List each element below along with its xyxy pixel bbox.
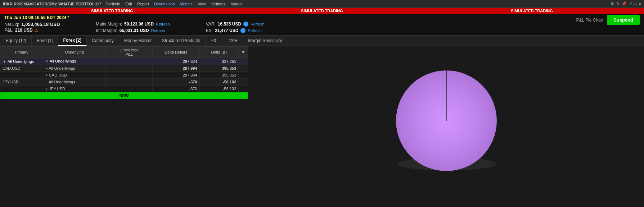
es-info-icon[interactable]: i <box>240 28 246 33</box>
table-row[interactable]: ▼All Underlyings ✦ All Underlyings 287,6… <box>0 58 248 65</box>
menu-edit[interactable]: Edit <box>125 2 132 6</box>
maximize-icon[interactable]: ↗ <box>629 1 632 6</box>
tab-bond[interactable]: Bond [1] <box>32 35 58 46</box>
row-jpy-sub-delta-dollars: -370 <box>153 86 199 92</box>
row-jpy-underlying: − All Underlyings <box>43 79 106 86</box>
es-refresh[interactable]: Refresh <box>248 28 262 33</box>
col-header-primary: Primary <box>0 47 43 58</box>
var-label: VAR: <box>206 22 216 27</box>
tab-structured-products[interactable]: Structured Products <box>157 35 206 46</box>
margin-section: Maint.Margin: 59,123.06 USD Refresh Init… <box>96 22 170 33</box>
init-margin-refresh[interactable]: Refresh <box>151 28 165 33</box>
row-cad-sub-delta-dollars: 287,994 <box>153 72 199 79</box>
sim-banner-right: SIMULATED TRADING <box>427 9 637 13</box>
warning-icon: ⚠ <box>34 28 38 33</box>
menu-report[interactable]: Report <box>137 2 149 6</box>
menu-view[interactable]: View <box>198 2 206 6</box>
menu-bar: Portfolio Edit Report Dimensions Metrics… <box>106 2 243 6</box>
row-cad-underlying: − All Underlyings <box>43 65 106 72</box>
tab-margin-sensitivity[interactable]: Margin Sensitivity <box>243 35 287 46</box>
pin-icon[interactable]: 📌 <box>622 1 627 6</box>
table-row[interactable]: CAD.USD − All Underlyings 287,994 395,35… <box>0 65 248 72</box>
init-margin-value: 65,031.31 USD <box>120 28 149 33</box>
table-row[interactable]: + JPY.USD -370 -58,102 <box>0 86 248 92</box>
pnl-row: P&L: 219 USD ⚠ <box>4 28 60 33</box>
forex-table: Primary Underlying UnrealizedP&L Delta D… <box>0 46 248 99</box>
tab-var[interactable]: VAR <box>224 35 243 46</box>
table-row[interactable]: JPY.USD − All Underlyings -370 -58,102 <box>0 79 248 86</box>
col-header-delta: Delta (Δ) <box>199 47 239 58</box>
var-section: VAR: 16,535 USD i Refresh ES: 21,477 USD… <box>206 22 265 33</box>
sim-banner-left: SIMULATED TRADING <box>7 9 217 13</box>
table-row-new[interactable]: NEW <box>0 92 248 99</box>
row-cad-sub-underlying: + CAD.USD <box>43 72 106 79</box>
row-cad-extra <box>239 65 248 72</box>
pie-chart-svg <box>392 68 500 175</box>
table-row[interactable]: + CAD.USD 287,994 395,353 <box>0 72 248 79</box>
init-margin-label: Init.Margin: <box>96 28 117 33</box>
row-all-extra <box>239 58 248 65</box>
row-cad-primary: CAD.USD <box>0 65 43 72</box>
es-value: 21,477 USD <box>215 28 238 33</box>
row-all-delta: 337,251 <box>199 58 239 65</box>
datetime: Thu Jun 13 09:16:56 EDT 2024 * <box>4 15 640 20</box>
row-cad-sub-unrealized <box>106 72 153 79</box>
expand-icon: ▼ <box>3 59 6 64</box>
var-info-icon[interactable]: i <box>243 22 248 27</box>
row-all-underlying: ✦ All Underlyings <box>43 58 106 65</box>
row-jpy-sub-primary <box>0 86 43 92</box>
maint-margin-refresh[interactable]: Refresh <box>156 22 170 26</box>
menu-portfolio[interactable]: Portfolio <box>106 2 120 6</box>
main-content: Primary Underlying UnrealizedP&L Delta D… <box>0 46 644 197</box>
chart-area <box>248 46 644 197</box>
close-icon[interactable]: × <box>639 2 641 6</box>
row-jpy-sub-extra <box>239 86 248 92</box>
menu-settings[interactable]: Settings <box>211 2 226 6</box>
net-liq-value: 1,053,465.18 USD <box>21 22 60 27</box>
menu-metrics[interactable]: Metrics <box>180 2 192 6</box>
row-cad-sub-delta: 395,353 <box>199 72 239 79</box>
settings-icon[interactable]: ⚙ <box>611 1 614 6</box>
pnl-label: P&L: <box>4 28 14 33</box>
var-refresh[interactable]: Refresh <box>251 22 265 26</box>
row-cad-delta-dollars: 287,994 <box>153 65 199 72</box>
title-bar: IBKR RISK NAVIGATOR(SM): WHAT-IF PORTFOL… <box>0 0 644 8</box>
es-label: ES: <box>206 28 213 33</box>
row-jpy-sub-delta: -58,102 <box>199 86 239 92</box>
tab-forex[interactable]: Forex [2] <box>58 35 87 46</box>
restore-icon[interactable]: □ <box>634 2 637 6</box>
row-all-delta-dollars: 287,624 <box>153 58 199 65</box>
window-controls: ⚙ ✎ 📌 ↗ □ × <box>611 1 641 6</box>
pie-gradient <box>396 70 497 171</box>
tab-pl[interactable]: P&L <box>206 35 224 46</box>
row-cad-sub-extra <box>239 72 248 79</box>
maint-margin-value: 59,123.06 USD <box>124 22 154 27</box>
maint-margin-label: Maint.Margin: <box>96 22 122 27</box>
net-liq-label: Net.Liq: <box>4 22 19 27</box>
row-all-unrealized <box>106 58 153 65</box>
tab-equity[interactable]: Equity [12] <box>1 35 32 46</box>
suspend-button[interactable]: Suspend <box>607 15 640 25</box>
col-header-underlying: Underlying <box>43 47 106 58</box>
table-section: Primary Underlying UnrealizedP&L Delta D… <box>0 46 248 197</box>
row-jpy-sub-unrealized <box>106 86 153 92</box>
tab-commodity[interactable]: Commodity <box>87 35 119 46</box>
col-header-extra: ▼ <box>239 47 248 58</box>
row-jpy-delta-dollars: -370 <box>153 79 199 86</box>
net-liq-section: Net.Liq: 1,053,465.18 USD P&L: 219 USD ⚠ <box>4 22 60 33</box>
menu-dimensions[interactable]: Dimensions <box>154 2 175 6</box>
tab-money-market[interactable]: Money Market <box>119 35 157 46</box>
new-row-label[interactable]: NEW <box>0 92 248 99</box>
row-jpy-unrealized <box>106 79 153 86</box>
pl-pie-label: P&L Pie Chart <box>576 18 604 23</box>
menu-margin[interactable]: Margin <box>230 2 243 6</box>
app-title: IBKR RISK NAVIGATOR(SM): WHAT-IF PORTFOL… <box>3 2 102 6</box>
tabs-bar: Equity [12] Bond [1] Forex [2] Commodity… <box>0 36 644 46</box>
pnl-value: 219 USD <box>15 28 33 33</box>
sim-banner: SIMULATED TRADING SIMULATED TRADING SIMU… <box>0 8 644 14</box>
row-jpy-sub-underlying: + JPY.USD <box>43 86 106 92</box>
var-value: 16,535 USD <box>218 22 241 27</box>
row-jpy-extra <box>239 79 248 86</box>
edit-icon[interactable]: ✎ <box>616 1 620 6</box>
col-header-unrealized: UnrealizedP&L <box>106 47 153 58</box>
